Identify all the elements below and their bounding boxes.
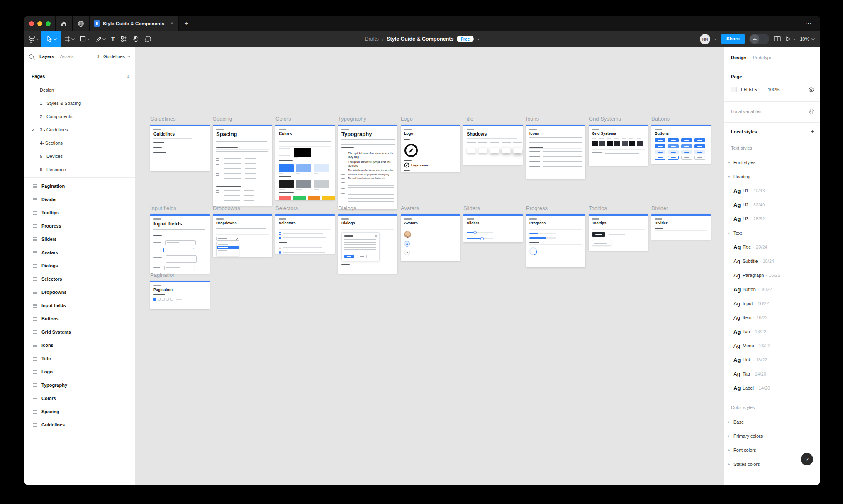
frame-avatars[interactable]: Avatars Avatars A OK [401,205,460,261]
page-item[interactable]: 5 - Devices [24,150,135,163]
color-style-group[interactable]: ▶Base [724,415,820,429]
window-overflow-menu[interactable]: ⋯ [797,16,820,31]
frame-spacing[interactable]: Spacing Spacing [213,116,272,206]
page-color-value[interactable]: F5F5F5 [741,87,757,92]
add-style-button[interactable]: + [811,128,814,136]
account-chevron-icon[interactable] [714,36,717,40]
file-tab[interactable]: Style Guide & Components × [90,16,179,31]
add-page-button[interactable]: + [126,73,130,80]
text-style-item[interactable]: AgLabel·14/20 [724,381,814,395]
frame-progress[interactable]: Progress Progress [526,205,585,267]
text-style-item[interactable]: AgH2·32/40 [724,198,814,212]
pen-tool[interactable] [93,31,108,47]
minimize-window-button[interactable] [37,21,42,26]
tab-assets[interactable]: Assets [60,54,73,59]
layer-item[interactable]: Colors [24,392,135,405]
text-style-item[interactable]: AgParagraph·16/22 [724,268,814,282]
page-item[interactable]: 2 - Components [24,110,135,123]
main-menu-button[interactable] [27,31,41,47]
move-tool[interactable] [41,31,61,47]
new-tab-button[interactable]: + [179,16,194,31]
layer-item[interactable]: Grid Systems [24,325,135,339]
frame-selectors[interactable]: Selectors Selectors [275,205,335,254]
layer-item[interactable]: Pagination [24,179,135,193]
frame-logo[interactable]: Logo Logo Logo name [401,116,460,172]
text-style-item[interactable]: AgH3·28/32 [724,212,814,226]
text-style-item[interactable]: AgItem·16/22 [724,310,814,325]
layer-item[interactable]: Tooltips [24,206,135,219]
text-style-item[interactable]: AgTab·16/22 [724,325,814,339]
layer-item[interactable]: Dialogs [24,259,135,272]
frame-dialogs[interactable]: Dialogs Dialogs [338,205,397,274]
library-icon[interactable] [773,36,781,42]
help-button[interactable]: ? [801,453,813,465]
hand-tool[interactable] [130,31,142,47]
zoom-menu[interactable]: 10% [800,36,814,41]
zoom-window-button[interactable] [46,21,51,26]
layer-item[interactable]: Divider [24,193,135,206]
frame-tool[interactable] [61,31,77,47]
local-variables-row[interactable]: Local variables [731,109,814,114]
layer-item[interactable]: Dropdowns [24,286,135,299]
page-selector[interactable]: 3 - Guidelines [97,54,130,59]
frame-guidelines[interactable]: Guidelines Guidelines [150,116,210,171]
layer-item[interactable]: Selectors [24,272,135,286]
search-icon[interactable] [29,54,34,59]
frame-typography[interactable]: Typography Typography The quick brown fo… [338,116,397,209]
color-style-group[interactable]: ▶Primary colors [724,429,820,443]
page-item[interactable]: 4- Sections [24,136,135,150]
frame-pagination[interactable]: Pagination Pagination [150,272,210,309]
frame-buttons[interactable]: Buttons Buttons [651,116,711,164]
frame-icons[interactable]: Icons Icons [526,116,585,179]
home-button[interactable] [56,16,73,31]
frame-input-fields[interactable]: Input fields Input fields [150,205,210,274]
layer-item[interactable]: Input fields [24,299,135,312]
text-style-item[interactable]: AgMenu·16/22 [724,339,814,353]
layer-item[interactable]: Buttons [24,312,135,325]
text-tool[interactable]: T [108,31,118,47]
shape-tool[interactable] [77,31,93,47]
layer-item[interactable]: Spacing [24,405,135,418]
avatar[interactable]: HN [700,34,710,44]
share-button[interactable]: Share [721,34,745,44]
page-color-swatch[interactable] [731,87,737,92]
close-window-button[interactable] [29,21,34,26]
text-style-item[interactable]: AgTitle·20/24 [724,240,814,254]
resources-tool[interactable] [118,31,130,47]
style-group[interactable]: ▶Font styles [724,155,814,170]
tab-layers[interactable]: Layers [39,54,54,59]
page-item[interactable]: 1 - Styles & Spacing [24,97,135,110]
text-style-item[interactable]: AgH1·40/48 [724,184,814,198]
layer-item[interactable]: Title [24,352,135,365]
close-tab-icon[interactable]: × [169,21,174,26]
page-item[interactable]: 6 - Resource [24,163,135,176]
page-item[interactable]: Design [24,83,135,97]
frame-sliders[interactable]: Sliders Sliders [463,205,523,242]
frame-grid-systems[interactable]: Grid Systems Grid Systems [589,116,648,166]
frame-dropdowns[interactable]: Dropdowns Dropdowns [213,205,272,257]
style-group[interactable]: ▼Text [724,226,814,240]
canvas[interactable]: Guidelines Guidelines Spacing Spacing [135,47,724,485]
comment-tool[interactable] [142,31,154,47]
layer-item[interactable]: Progress [24,219,135,233]
text-style-item[interactable]: AgButton·16/22 [724,282,814,296]
dev-mode-toggle[interactable]: </> [749,34,769,44]
file-name[interactable]: Style Guide & Components [387,36,453,42]
frame-title[interactable]: Title Shadows [463,116,523,165]
text-style-item[interactable]: AgSubtitle·18/24 [724,254,814,268]
eye-icon[interactable] [808,87,814,92]
breadcrumb-project[interactable]: Drafts [365,36,378,42]
text-style-item[interactable]: AgTag·14/20 [724,367,814,381]
frame-colors[interactable]: Colors Colors [275,116,335,200]
browser-button[interactable] [73,16,90,31]
layer-item[interactable]: Sliders [24,233,135,246]
page-item-selected[interactable]: ✓3 - Guidelines [24,123,135,136]
layer-item[interactable]: Guidelines [24,418,135,431]
tab-prototype[interactable]: Prototype [753,55,772,60]
tab-design[interactable]: Design [731,55,746,60]
style-group[interactable]: ▼Heading [724,170,814,184]
file-menu-chevron-icon[interactable] [476,36,480,40]
frame-divider[interactable]: Divider Divider [651,205,711,240]
layer-item[interactable]: Typography [24,378,135,392]
page-opacity-value[interactable]: 100% [768,87,780,92]
